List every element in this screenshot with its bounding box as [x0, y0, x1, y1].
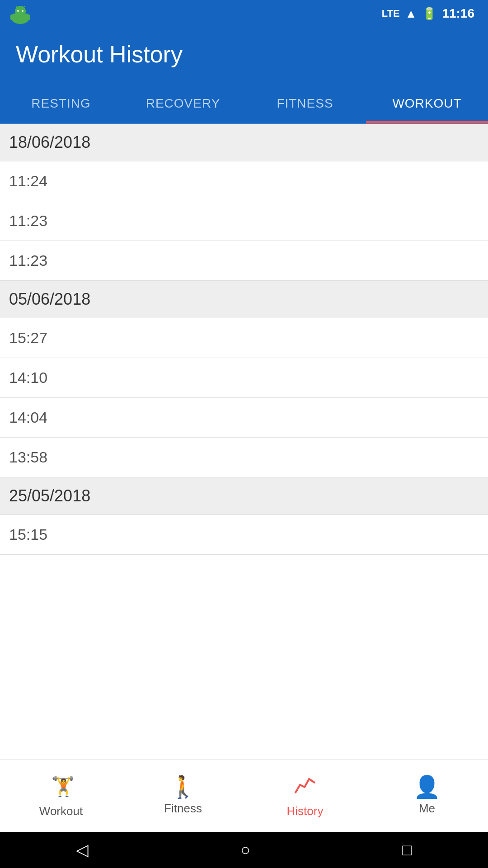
android-mascot: [9, 2, 32, 27]
tab-resting[interactable]: RESTING: [0, 84, 122, 123]
nav-fitness[interactable]: 🚶 Fitness: [122, 760, 244, 832]
time-row-1-1[interactable]: 14:10: [0, 358, 488, 398]
time-row-1-3[interactable]: 13:58: [0, 438, 488, 477]
status-bar: LTE ▲ 🔋 11:16: [0, 0, 488, 27]
workout-nav-icon: 🏋: [49, 774, 73, 801]
nav-workout-label: Workout: [39, 804, 83, 818]
svg-text:🏋: 🏋: [51, 775, 73, 797]
nav-history-label: History: [287, 804, 324, 818]
time-row-0-2[interactable]: 11:23: [0, 241, 488, 281]
time-row-1-2[interactable]: 14:04: [0, 398, 488, 438]
date-header-2: 25/05/2018: [0, 477, 488, 515]
time-row-1-0[interactable]: 15:27: [0, 318, 488, 358]
svg-rect-8: [28, 14, 30, 20]
home-button[interactable]: ○: [240, 840, 250, 859]
tab-recovery[interactable]: RECOVERY: [122, 84, 244, 123]
date-header-1: 05/06/2018: [0, 281, 488, 318]
page-title: Workout History: [16, 41, 472, 68]
nav-workout[interactable]: 🏋 Workout: [0, 760, 122, 832]
tab-fitness[interactable]: FITNESS: [244, 84, 366, 123]
lte-icon: LTE: [382, 8, 400, 19]
recent-button[interactable]: □: [402, 840, 412, 859]
date-header-0: 18/06/2018: [0, 124, 488, 161]
battery-icon: 🔋: [422, 7, 436, 21]
system-nav: ◁ ○ □: [0, 832, 488, 868]
nav-fitness-label: Fitness: [164, 802, 202, 816]
back-button[interactable]: ◁: [76, 840, 89, 859]
signal-icon: ▲: [405, 7, 417, 21]
nav-me-label: Me: [419, 802, 435, 816]
status-icons: LTE ▲ 🔋 11:16: [382, 6, 474, 21]
app-header: Workout History: [0, 27, 488, 84]
content-area: 18/06/201811:2411:2311:2305/06/201815:27…: [0, 124, 488, 555]
time-row-0-0[interactable]: 11:24: [0, 161, 488, 201]
time-row-2-0[interactable]: 15:15: [0, 515, 488, 555]
fitness-nav-icon: 🚶: [169, 776, 197, 798]
bottom-nav: 🏋 Workout 🚶 Fitness History 👤 Me: [0, 760, 488, 832]
svg-rect-7: [10, 14, 13, 20]
history-nav-icon: [293, 774, 317, 801]
tab-workout[interactable]: WORKOUT: [366, 84, 488, 123]
tab-bar: RESTING RECOVERY FITNESS WORKOUT: [0, 84, 488, 124]
nav-me[interactable]: 👤 Me: [366, 760, 488, 832]
status-time: 11:16: [442, 6, 474, 21]
nav-history[interactable]: History: [244, 760, 366, 832]
time-row-0-1[interactable]: 11:23: [0, 201, 488, 241]
me-nav-icon: 👤: [413, 776, 441, 798]
